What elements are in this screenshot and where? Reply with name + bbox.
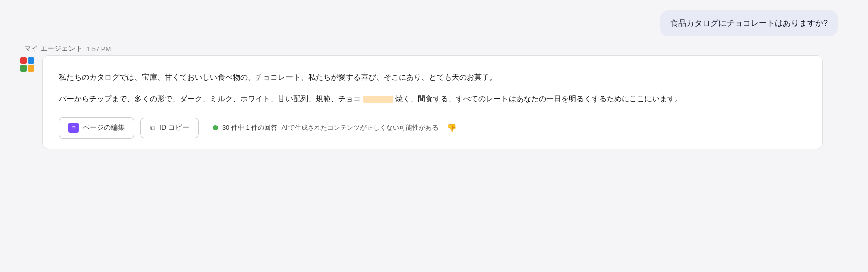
agent-name: マイ エージェント [24,44,83,53]
user-message-text: 食品カタログにチョコレートはありますか? [670,19,828,27]
response-paragraph-2-prefix: バーからチップまで、多くの形で、ダーク、ミルク、ホワイト、甘い配列、規範、チョコ [59,94,361,103]
status-count: 30 件中 1 件の回答 [222,123,278,132]
icon-yellow [28,65,34,72]
user-bubble: 食品カタログにチョコレートはありますか? [660,10,838,36]
icon-green [20,65,27,72]
icon-red [20,57,27,64]
response-paragraph-2: バーからチップまで、多くの形で、ダーク、ミルク、ホワイト、甘い配列、規範、チョコ… [59,92,806,105]
copy-icon: ⧉ [150,124,155,132]
response-text: 私たちのカタログでは、宝庫、甘くておいしい食べ物の、チョコレート、私たちが愛する… [59,70,806,105]
response-card: 私たちのカタログでは、宝庫、甘くておいしい食べ物の、チョコレート、私たちが愛する… [42,55,823,149]
chat-container: 食品カタログにチョコレートはありますか? マイ エージェント 1:57 PM 私 [20,10,848,149]
agent-content-row: 私たちのカタログでは、宝庫、甘くておいしい食べ物の、チョコレート、私たちが愛する… [20,55,848,149]
ai-warning-text: AIで生成されたコンテンツが正しくない可能性がある [281,123,438,132]
user-message-row: 食品カタログにチョコレートはありますか? [20,10,848,36]
agent-label: マイ エージェント 1:57 PM [20,44,848,53]
response-paragraph-1: 私たちのカタログでは、宝庫、甘くておいしい食べ物の、チョコレート、私たちが愛する… [59,70,806,84]
redacted-area [363,96,393,103]
copy-id-button[interactable]: ⧉ ID コピー [140,118,199,138]
icon-blue [28,57,34,64]
edit-button-label: ページの編集 [83,123,125,132]
agent-time: 1:57 PM [87,45,111,53]
agent-row: マイ エージェント 1:57 PM 私たちのカタログでは、宝庫、甘くておいしい食… [20,44,848,149]
status-area: 30 件中 1 件の回答 AIで生成されたコンテンツが正しくない可能性がある 👎 [213,123,806,133]
agent-icon [20,57,36,74]
green-dot-icon [213,125,218,130]
edit-page-button[interactable]: ≡ ページの編集 [59,117,134,139]
response-actions: ≡ ページの編集 ⧉ ID コピー 30 件中 1 件の回答 AIで生成されたコ… [59,117,806,139]
agent-icon-grid [20,57,34,72]
thumbs-down-icon[interactable]: 👎 [447,123,457,133]
edit-icon: ≡ [68,123,79,133]
copy-button-label: ID コピー [159,123,189,132]
response-paragraph-2-suffix: 焼く、間食する、すべてのレートはあなたの一日を明るくするためにここにいます。 [395,94,682,103]
